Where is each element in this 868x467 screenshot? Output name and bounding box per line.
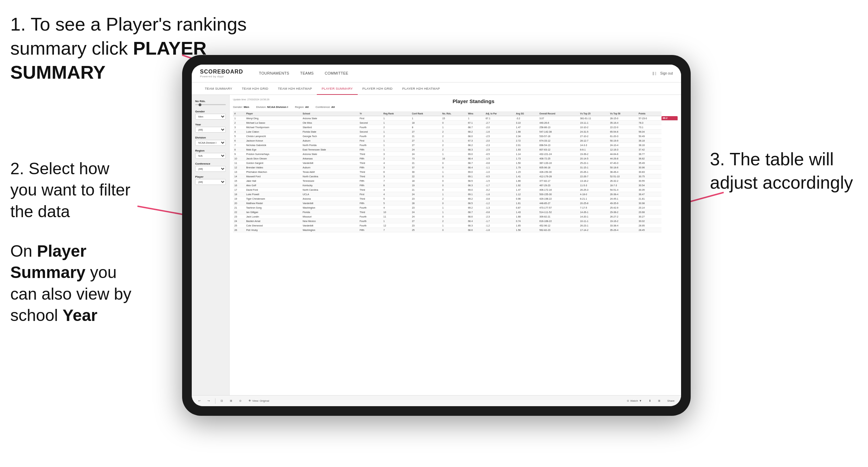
table-row: 6Jackson KoivunAuburnFirst127167.3-2.02.… xyxy=(233,138,678,143)
sub-nav-player-h2h-grid[interactable]: PLAYER H2H GRID xyxy=(358,82,398,95)
resize-btn[interactable]: ⊞ xyxy=(656,399,662,403)
col-wins: Wins xyxy=(467,111,484,116)
toolbar-divider-1 xyxy=(215,398,215,404)
col-reg-rank: Reg Rank xyxy=(382,111,411,116)
table-row: 11Gordon SargentVanderbiltThird421068.7-… xyxy=(233,161,678,165)
logo-main: SCOREBOARD xyxy=(200,69,243,75)
table-row: 4Luke ClatonFlorida StateSecond127268.2-… xyxy=(233,130,678,134)
filter-region: Region N/A xyxy=(195,149,226,159)
table-row: 19Tiger ChristensenArizonaThird523269.2-… xyxy=(233,197,678,201)
no-rds-slider[interactable] xyxy=(195,104,226,105)
sub-nav-player-h2h-heatmap[interactable]: PLAYER H2H HEATMAP xyxy=(397,82,445,95)
table-area: Update time: 27/03/2024 16:56:26 Player … xyxy=(230,95,681,395)
instruction-4: On Player Summary you can also view by s… xyxy=(10,241,141,326)
table-header: Update time: 27/03/2024 16:56:26 Player … xyxy=(233,98,678,109)
gender-select[interactable]: Men Women xyxy=(195,114,226,120)
sub-nav-player-summary[interactable]: PLAYER SUMMARY xyxy=(317,82,358,95)
table-row: 8Mats EgeEast Tennessee StateFifth124268… xyxy=(233,147,678,152)
table-row: 2Michael La SassoOle MissSecond118067.1-… xyxy=(233,121,678,125)
col-num: # xyxy=(233,111,245,116)
table-title: Player Standings xyxy=(453,98,494,104)
meta-gender: Gender: Men xyxy=(233,105,249,109)
table-row: 1Wenyi DingArizona StateFirst1115167.1-3… xyxy=(233,116,678,121)
filter-no-rds: No Rds. xyxy=(195,100,226,107)
copy-btn[interactable]: ⊞ xyxy=(228,399,234,403)
table-row: 26Petr HrubyWashingtonFifth725068.6-1.81… xyxy=(233,228,678,232)
col-player: Player xyxy=(245,111,301,116)
tablet-screen: SCOREBOARD Powered by dippi TOURNAMENTS … xyxy=(192,65,681,406)
col-yr: Yr xyxy=(358,111,382,116)
table-row: 10Jacob Skov OlesenArkansasFifth2731668.… xyxy=(233,156,678,161)
table-row: 23Jack LundinMissouriFourth1124068.6-2.3… xyxy=(233,214,678,219)
redo-btn[interactable]: ↪ xyxy=(206,399,212,403)
col-no-rds: No. Rds. xyxy=(441,111,467,116)
share-btn[interactable]: Share xyxy=(666,399,676,403)
update-time: Update time: 27/03/2024 16:56:26 xyxy=(233,98,269,101)
table-row: 24Bastien AmatNew MexicoFourth127268.4-1… xyxy=(233,219,678,223)
view-btn[interactable]: 👁 View: Original xyxy=(247,399,271,403)
nav-committee[interactable]: COMMITTEE xyxy=(319,65,354,82)
table-row: 22Ian GilliganFloridaThird1024168.7-0.81… xyxy=(233,210,678,214)
conference-select[interactable]: (All) xyxy=(195,166,226,172)
region-select[interactable]: N/A xyxy=(195,153,226,159)
col-points: Points xyxy=(637,111,661,116)
meta-conference: Conference: All xyxy=(315,105,335,109)
table-meta: Gender: Men Division: NCAA Division I Re… xyxy=(233,105,678,109)
table-row: 17David FordNorth CarolinaThird421069.0-… xyxy=(233,188,678,192)
col-school: School xyxy=(301,111,358,116)
nav-tournaments[interactable]: TOURNAMENTS xyxy=(254,65,295,82)
sub-nav: TEAM SUMMARY TEAM H2H GRID TEAM H2H HEAT… xyxy=(192,82,681,95)
logo-sub: Powered by dippi xyxy=(200,75,243,78)
table-row: 12Brendan ValdesAuburnFifth337068.4-1.11… xyxy=(233,165,678,170)
app-header: SCOREBOARD Powered by dippi TOURNAMENTS … xyxy=(192,65,681,82)
filter-year: Year (All) First Second Third Fourth Fif… xyxy=(195,123,226,133)
eye-icon: 👁 xyxy=(248,399,251,402)
filter-conference: Conference (All) xyxy=(195,162,226,172)
col-adj: Adj. to Par xyxy=(484,111,514,116)
filter-panel: No Rds. Gender Men Women Year (All) xyxy=(192,95,230,395)
tablet: SCOREBOARD Powered by dippi TOURNAMENTS … xyxy=(182,55,691,416)
table-row: 14Maxwell FordNorth CarolinaThird322069.… xyxy=(233,174,678,179)
nav-teams[interactable]: TEAMS xyxy=(295,65,319,82)
division-select[interactable]: NCAA Division I xyxy=(195,140,226,146)
table-row: 15Jake HallTennesseeFifth718068.5-1.51.6… xyxy=(233,179,678,183)
year-select[interactable]: (All) First Second Third Fourth Fifth xyxy=(195,127,226,133)
player-select[interactable]: (All) xyxy=(195,179,226,185)
clock-btn[interactable]: ⊙ xyxy=(237,399,243,403)
table-row: 13Phichaksn MaichonTexas A&MThird630169.… xyxy=(233,170,678,174)
sub-nav-team-h2h-heatmap[interactable]: TEAM H2H HEATMAP xyxy=(273,82,317,95)
screenshot-btn[interactable]: ⊡ xyxy=(219,399,225,403)
instruction-2: 2. Select how you want to filter the dat… xyxy=(10,158,137,222)
filter-gender: Gender Men Women xyxy=(195,110,226,120)
table-row: 21Tashiron SongWashingtonFourth423169.2-… xyxy=(233,205,678,210)
header-right: || | Sign out xyxy=(653,71,673,75)
main-content: No Rds. Gender Men Women Year (All) xyxy=(192,95,681,395)
table-row: 5Christo LamprechtGeorgia TechFourth2212… xyxy=(233,134,678,138)
table-row: 25Cole SherwoodVanderbiltFourth1223168.3… xyxy=(233,223,678,228)
table-row: 18Luke PowellUCLAFirst424169.1-1.81.1250… xyxy=(233,192,678,197)
sign-out-link[interactable]: Sign out xyxy=(660,71,673,75)
watch-icon: ⊙ xyxy=(627,399,629,402)
header-icon: || | xyxy=(653,71,656,75)
col-avg-sg: Avg SG xyxy=(515,111,538,116)
col-overall: Overall Record xyxy=(538,111,579,116)
instruction-3: 3. The table will adjust accordingly xyxy=(710,148,854,194)
table-row: 3Michael ThorbjornsenStanfordFourth28168… xyxy=(233,125,678,130)
download-btn[interactable]: ⬇ xyxy=(647,399,653,403)
col-conf-rank: Conf Rank xyxy=(411,111,441,116)
col-vstop25: Vs Top 25 xyxy=(579,111,609,116)
undo-btn[interactable]: ↩ xyxy=(197,399,202,403)
watch-btn[interactable]: ⊙ Watch▼ xyxy=(625,399,643,403)
bottom-toolbar: ↩ ↪ ⊡ ⊞ ⊙ 👁 View: Original ⊙ Watch▼ ⬇ ⊞ … xyxy=(192,395,681,406)
scoreboard-logo: SCOREBOARD Powered by dippi xyxy=(200,69,243,78)
table-header-row: # Player School Yr Reg Rank Conf Rank No… xyxy=(233,111,678,116)
table-row: 20Matthew RiedelVanderbiltFifth528068.5-… xyxy=(233,201,678,205)
sub-nav-team-h2h-grid[interactable]: TEAM H2H GRID xyxy=(237,82,273,95)
table-row: 7Nicholas GabrelcikNorth FloridaFourth12… xyxy=(233,143,678,147)
sub-nav-team-summary[interactable]: TEAM SUMMARY xyxy=(200,82,237,95)
table-row: 9Preston SummerhaysArizona StateThird324… xyxy=(233,152,678,156)
nav-items: TOURNAMENTS TEAMS COMMITTEE xyxy=(254,65,653,82)
meta-division: Division: NCAA Division I xyxy=(256,105,288,109)
data-table: # Player School Yr Reg Rank Conf Rank No… xyxy=(233,111,678,232)
col-vstop50: Vs Top 50 xyxy=(609,111,637,116)
